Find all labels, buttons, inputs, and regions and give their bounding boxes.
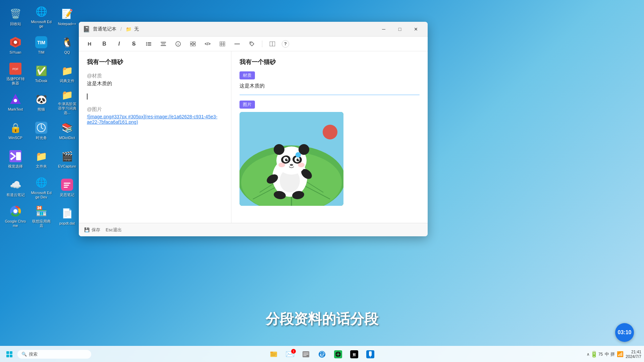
desktop-icon-edge[interactable]: 🌐 Microsoft Edge	[29, 3, 53, 30]
heading-button[interactable]: H	[84, 39, 95, 49]
desktop-icon-app2[interactable]: 🏪 联想应用商店	[29, 203, 53, 230]
svg-point-61	[274, 144, 284, 155]
svg-rect-84	[303, 353, 309, 353]
lingsi-icon	[60, 178, 74, 191]
tag-button[interactable]	[247, 39, 257, 49]
tray-pinyin: 拼	[610, 351, 615, 357]
desktop-icon-english[interactable]: 📁 牛津高阶英语学习词典选...	[55, 89, 79, 116]
image-reference: ![image.png#337px #305px](res-image://e1…	[87, 114, 223, 125]
editor-section-image: @图片 ![image.png#337px #305px](res-image:…	[87, 106, 223, 125]
tray-lang: 中	[605, 351, 609, 357]
svg-rect-30	[161, 45, 166, 46]
strikethrough-button[interactable]: S	[128, 39, 139, 49]
svg-point-72	[278, 163, 285, 167]
svg-point-24	[146, 43, 147, 44]
taskbar-edge[interactable]	[315, 348, 329, 361]
minimize-button[interactable]: ─	[376, 24, 391, 35]
desktop-icon-mdict[interactable]: 📚 MDictDict	[55, 117, 79, 144]
split-view-button[interactable]	[267, 39, 278, 49]
taskbar-phone[interactable]	[363, 348, 378, 361]
desktop-icon-notepadpp[interactable]: 📝 Notepad++	[55, 3, 79, 30]
notepadpp-label: Notepad++	[58, 22, 76, 26]
desktop-icon-msedgedev[interactable]: 🌐 Microsoft Edge Dev	[29, 174, 53, 201]
desktop-icon-qq[interactable]: 🐧 QQ	[55, 32, 79, 59]
svg-rect-86	[303, 355, 307, 356]
ref-button[interactable]: i	[173, 39, 183, 49]
svg-rect-23	[148, 42, 151, 43]
desktop-icon-popdat[interactable]: 📄 popdt.dat	[55, 203, 79, 230]
svg-point-22	[146, 42, 147, 43]
desktop-icon-hcloud[interactable]: ☁️ 有道云笔记	[3, 174, 28, 201]
desktop-icon-winscp[interactable]: 🔒 WinSCP	[3, 117, 28, 144]
desktop-icon-pdf[interactable]: PDF 迅捷PDF转换器	[3, 60, 28, 87]
link-block-button[interactable]	[187, 39, 198, 49]
taskbar-explorer[interactable]	[266, 348, 281, 361]
start-button[interactable]	[3, 348, 16, 361]
svg-rect-37	[220, 42, 225, 46]
svg-rect-76	[10, 351, 12, 354]
editor-pane[interactable]: 我有一个猫砂 @材质 这是木质的 @图片 ![image.png#337px #…	[79, 51, 231, 223]
svg-rect-18	[64, 187, 68, 188]
bold-button[interactable]: B	[99, 39, 110, 49]
svg-point-53	[323, 125, 337, 139]
desktop-icon-evcapture[interactable]: 🎬 EVCapture	[55, 146, 79, 173]
svg-text:i: i	[178, 43, 179, 46]
tray-battery: 🔋	[590, 351, 598, 358]
svg-rect-75	[6, 351, 9, 354]
text-cursor	[87, 94, 88, 100]
save-label: 保存	[92, 227, 100, 233]
esc-exit-button[interactable]: Esc退出	[106, 227, 122, 233]
save-button[interactable]: 💾 保存	[84, 227, 100, 233]
align-button[interactable]	[158, 39, 169, 49]
edge-icon: 🌐	[35, 5, 48, 18]
hcloud-label: 有道云笔记	[6, 193, 25, 197]
at-label-image: @图片	[87, 106, 223, 113]
tray-wifi: 📶	[617, 351, 624, 357]
taskbar-left: 🔍 搜索	[3, 348, 91, 361]
preview-pane: 我有一个猫砂 材质 这是木质的 图片	[231, 51, 428, 223]
tim-label: TIM	[38, 50, 45, 55]
pdf-label: 迅捷PDF转换器	[5, 77, 26, 85]
desktop-icon-shiguang[interactable]: 时光务	[29, 117, 53, 144]
desktop-icon-todosk[interactable]: ✅ ToDosk	[29, 60, 53, 87]
shiguang-icon	[35, 121, 48, 134]
desktop-icon-recycle[interactable]: 🗑️ 回收站	[3, 3, 28, 30]
taskbar-mail[interactable]: ✉️ 1	[282, 348, 297, 361]
desktop-icon-vs[interactable]: 视觉选择	[3, 146, 28, 173]
taskbar-music[interactable]	[331, 348, 345, 361]
mdict-icon: 📚	[60, 121, 74, 134]
maximize-button[interactable]: □	[392, 24, 408, 35]
mdict-label: MDictDict	[59, 136, 75, 140]
svg-rect-85	[303, 354, 309, 355]
svg-point-8	[14, 99, 17, 102]
italic-button[interactable]: I	[114, 39, 124, 49]
code-button[interactable]: </>	[202, 39, 213, 49]
qq-label: QQ	[64, 50, 70, 55]
desktop-icon-siyuan[interactable]: SiYuan	[3, 32, 28, 59]
svg-rect-16	[64, 183, 70, 184]
tray-expand[interactable]: ∧	[587, 352, 590, 357]
help-button[interactable]: ?	[282, 40, 289, 48]
panda-label: 熊猫	[38, 107, 45, 112]
desktop-icon-folder2[interactable]: 📁 文件夹	[29, 146, 53, 173]
date-display: 2024/7/7	[626, 354, 641, 359]
english-icon: 📁	[60, 89, 74, 101]
desktop-icon-panda[interactable]: 🐼 熊猫	[29, 89, 53, 116]
save-icon: 💾	[84, 227, 90, 232]
taskbar-file-manager[interactable]	[299, 348, 313, 361]
taskbar-capcut[interactable]: 剪	[347, 348, 362, 361]
hr-button[interactable]: —	[232, 39, 243, 49]
taskbar-search[interactable]: 🔍 搜索	[17, 350, 91, 359]
desktop-icon-marktext[interactable]: MarkText	[3, 89, 28, 116]
svg-rect-82	[271, 355, 275, 356]
unordered-list-button[interactable]	[143, 39, 154, 49]
desktop-icon-lingsi[interactable]: 灵思笔记	[55, 174, 79, 201]
desktop-icon-cidian[interactable]: 📁 词典文件	[55, 60, 79, 87]
desktop-icon-tim[interactable]: TIM TIM	[29, 32, 53, 59]
desktop-icon-chrome[interactable]: Google Chrome	[3, 203, 28, 230]
svg-rect-80	[270, 352, 273, 353]
svg-point-71	[290, 164, 293, 166]
close-button[interactable]: ✕	[408, 24, 424, 35]
table-button[interactable]	[217, 39, 228, 49]
search-icon: 🔍	[21, 352, 27, 357]
